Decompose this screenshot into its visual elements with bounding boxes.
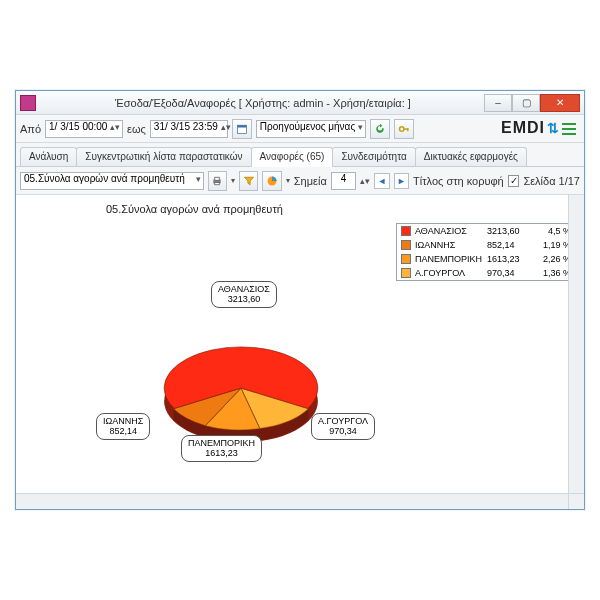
calendar-icon[interactable] (232, 119, 252, 139)
title-on-top-checkbox[interactable]: ✓ (508, 175, 520, 187)
svg-rect-6 (215, 177, 220, 180)
key-icon[interactable] (394, 119, 414, 139)
report-title: 05.Σύνολα αγορών ανά προμηθευτή (106, 203, 283, 215)
filter-icon[interactable] (239, 171, 258, 191)
brand-logo: EMDI⇅ (501, 119, 576, 137)
svg-rect-4 (407, 128, 409, 131)
vertical-scrollbar[interactable] (568, 195, 584, 493)
print-icon[interactable] (208, 171, 227, 191)
legend-row: ΑΘΑΝΑΣΙΟΣ 3213,60 4,5 % (397, 224, 575, 238)
window-title: Έσοδα/Έξοδα/Αναφορές [ Χρήστης: admin - … (42, 97, 484, 109)
to-date-input[interactable]: 31/ 3/15 23:59 ▴▾ (150, 120, 228, 138)
refresh-icon[interactable] (370, 119, 390, 139)
legend-swatch-icon (401, 226, 411, 236)
points-input[interactable]: 4 (331, 172, 356, 190)
from-label: Από (20, 123, 41, 135)
tab-connectivity[interactable]: Συνδεσιμότητα (332, 147, 415, 166)
period-select[interactable]: Προηγούμενος μήνας (256, 120, 366, 138)
legend-swatch-icon (401, 268, 411, 278)
tab-reports[interactable]: Αναφορές (65) (251, 147, 334, 167)
legend-row: ΙΩΑΝΝΗΣ 852,14 1,19 % (397, 238, 575, 252)
window-buttons: – ▢ ✕ (484, 94, 580, 112)
to-label: εως (127, 123, 146, 135)
titlebar: Έσοδα/Έξοδα/Αναφορές [ Χρήστης: admin - … (16, 91, 584, 115)
slice-callout: ΙΩΑΝΝΗΣ 852,14 (96, 413, 150, 440)
from-date-input[interactable]: 1/ 3/15 00:00 ▴▾ (45, 120, 123, 138)
svg-rect-7 (215, 182, 220, 184)
legend-swatch-icon (401, 240, 411, 250)
legend-swatch-icon (401, 254, 411, 264)
tab-web-apps[interactable]: Δικτυακές εφαρμογές (415, 147, 527, 166)
page-indicator: Σελίδα 1/17 (523, 175, 580, 187)
minimize-button[interactable]: – (484, 94, 512, 112)
tab-analysis[interactable]: Ανάλυση (20, 147, 77, 166)
svg-rect-1 (237, 125, 246, 127)
slice-callout: ΑΘΑΝΑΣΙΟΣ 3213,60 (211, 281, 277, 308)
maximize-button[interactable]: ▢ (512, 94, 540, 112)
slice-callout: ΠΑΝΕΜΠΟΡΙΚΗ 1613,23 (181, 435, 262, 462)
prev-page-button[interactable]: ◄ (374, 173, 389, 189)
menu-bars-icon (562, 121, 576, 135)
report-select[interactable]: 05.Σύνολα αγορών ανά προμηθευτή (20, 172, 204, 190)
tab-summary-list[interactable]: Συγκεντρωτική λίστα παραστατικών (76, 147, 251, 166)
legend-table: ΑΘΑΝΑΣΙΟΣ 3213,60 4,5 % ΙΩΑΝΝΗΣ 852,14 1… (396, 223, 576, 281)
tabstrip: Ανάλυση Συγκεντρωτική λίστα παραστατικών… (16, 143, 584, 167)
app-icon (20, 95, 36, 111)
scroll-corner (568, 493, 584, 509)
report-toolbar: 05.Σύνολα αγορών ανά προμηθευτή ▾ ▾ Σημε… (16, 167, 584, 195)
close-button[interactable]: ✕ (540, 94, 580, 112)
horizontal-scrollbar[interactable] (16, 493, 568, 509)
report-canvas: 05.Σύνολα αγορών ανά προμηθευτή ΑΘΑΝΑΣΙΟ… (16, 195, 584, 509)
date-toolbar: Από 1/ 3/15 00:00 ▴▾ εως 31/ 3/15 23:59 … (16, 115, 584, 143)
slice-callout: Α.ΓΟΥΡΓΟΛ 970,34 (311, 413, 375, 440)
legend-row: ΠΑΝΕΜΠΟΡΙΚΗ 1613,23 2,26 % (397, 252, 575, 266)
title-on-top-label: Τίτλος στη κορυφή (413, 175, 504, 187)
next-page-button[interactable]: ► (394, 173, 409, 189)
legend-row: Α.ΓΟΥΡΓΟΛ 970,34 1,36 % (397, 266, 575, 280)
sync-arrows-icon: ⇅ (547, 120, 560, 136)
app-window: Έσοδα/Έξοδα/Αναφορές [ Χρήστης: admin - … (15, 90, 585, 510)
points-label: Σημεία (294, 175, 327, 187)
chart-type-icon[interactable] (262, 171, 281, 191)
